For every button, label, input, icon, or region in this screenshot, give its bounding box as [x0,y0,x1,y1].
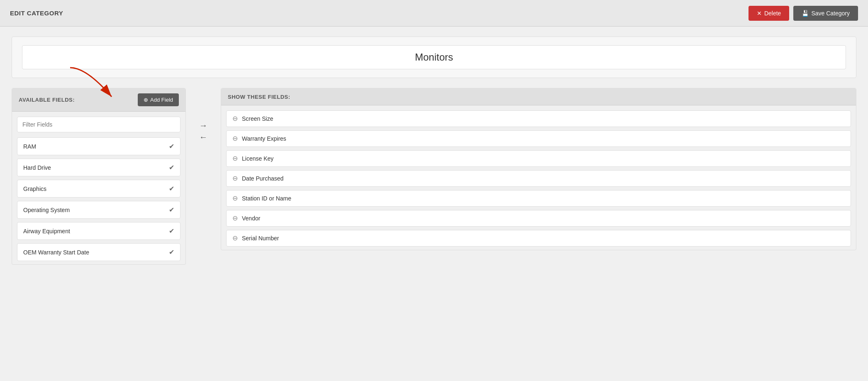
fields-layout: AVAILABLE FIELDS: ⊕ Add Field [12,88,856,265]
save-category-button[interactable]: 💾 Save Category [793,6,858,21]
field-item-label: RAM [23,143,36,150]
delete-label: Delete [764,10,781,17]
arrow-right-icon: → [199,121,207,130]
remove-circle-icon[interactable]: ⊖ [232,115,238,122]
remove-circle-icon[interactable]: ⊖ [232,155,238,162]
show-items-list: ⊖ Screen Size ⊖ Warranty Expires ⊖ Licen… [221,110,856,247]
check-circle-icon: ✔ [169,185,174,193]
show-field-label: Vendor [242,215,260,222]
available-field-item[interactable]: RAM ✔ [17,137,180,155]
transfer-arrows: → ← [186,121,221,141]
field-item-label: Graphics [23,186,46,192]
delete-x-icon: ✕ [757,10,762,17]
arrow-left-icon: ← [199,132,207,142]
add-field-label: Add Field [150,97,173,103]
remove-circle-icon[interactable]: ⊖ [232,215,238,222]
show-panel-header: SHOW THESE FIELDS: [221,88,856,105]
show-field-label: Date Purchased [242,175,283,182]
move-right-button[interactable]: → [199,121,207,129]
show-field-label: Screen Size [242,115,273,122]
move-left-button[interactable]: ← [199,133,207,141]
available-fields-title: AVAILABLE FIELDS: [19,97,75,103]
field-item-label: Airway Equipment [23,228,70,234]
save-disk-icon: 💾 [802,10,809,17]
remove-circle-icon[interactable]: ⊖ [232,135,238,142]
category-name-input[interactable] [22,45,846,69]
available-field-item[interactable]: Hard Drive ✔ [17,159,180,176]
show-field-item[interactable]: ⊖ Date Purchased [226,170,851,187]
category-name-box [12,37,856,78]
field-item-label: OEM Warranty Start Date [23,249,89,256]
check-circle-icon: ✔ [169,142,174,150]
available-fields-panel: AVAILABLE FIELDS: ⊕ Add Field [12,88,186,265]
filter-fields-input[interactable] [17,117,180,132]
show-field-item[interactable]: ⊖ Warranty Expires [226,130,851,147]
available-field-item[interactable]: Graphics ✔ [17,180,180,198]
header-buttons: ✕ Delete 💾 Save Category [749,6,858,21]
show-field-label: Station ID or Name [242,195,291,202]
available-items-list: RAM ✔ Hard Drive ✔ Graphics ✔ Operating … [12,137,185,261]
check-circle-icon: ✔ [169,164,174,171]
add-field-button[interactable]: ⊕ Add Field [138,93,179,106]
field-item-label: Hard Drive [23,164,51,171]
delete-button[interactable]: ✕ Delete [749,6,789,21]
page-title: EDIT CATEGORY [10,10,63,17]
available-panel-header: AVAILABLE FIELDS: ⊕ Add Field [12,88,185,112]
show-fields-title: SHOW THESE FIELDS: [228,94,290,100]
available-field-item[interactable]: Airway Equipment ✔ [17,222,180,240]
header: EDIT CATEGORY ✕ Delete 💾 Save Category [0,0,868,27]
show-field-item[interactable]: ⊖ Vendor [226,210,851,227]
remove-circle-icon[interactable]: ⊖ [232,195,238,202]
check-circle-icon: ✔ [169,248,174,256]
show-field-label: Serial Number [242,235,279,242]
available-field-item[interactable]: OEM Warranty Start Date ✔ [17,243,180,261]
save-label: Save Category [811,10,850,17]
show-field-label: License Key [242,155,273,162]
show-field-label: Warranty Expires [242,135,286,142]
main-content: AVAILABLE FIELDS: ⊕ Add Field [0,27,868,275]
available-field-item[interactable]: Operating System ✔ [17,201,180,219]
check-circle-icon: ✔ [169,206,174,214]
field-item-label: Operating System [23,207,70,213]
remove-circle-icon[interactable]: ⊖ [232,175,238,182]
show-field-item[interactable]: ⊖ License Key [226,150,851,167]
check-circle-icon: ✔ [169,227,174,235]
show-field-item[interactable]: ⊖ Serial Number [226,230,851,247]
add-plus-icon: ⊕ [144,97,148,103]
show-field-item[interactable]: ⊖ Screen Size [226,110,851,127]
remove-circle-icon[interactable]: ⊖ [232,235,238,242]
show-fields-panel: SHOW THESE FIELDS: ⊖ Screen Size ⊖ Warra… [221,88,856,250]
show-field-item[interactable]: ⊖ Station ID or Name [226,190,851,207]
